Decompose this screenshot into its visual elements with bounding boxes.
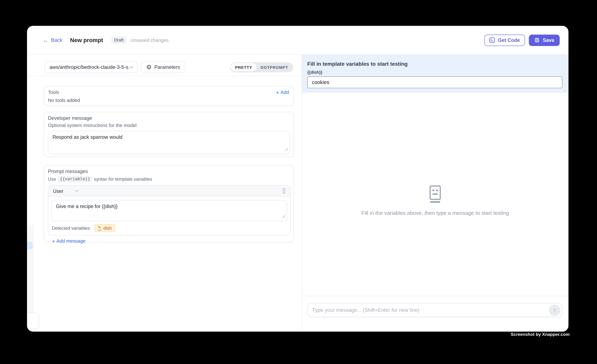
add-message-button[interactable]: + Add message [52,238,290,244]
save-label: Save [543,37,554,43]
variables-section-title: Fill in template variables to start test… [307,61,562,67]
back-arrow-icon: ← [43,37,48,43]
tools-title: Tools [48,90,59,95]
view-mode-toggle: PRETTY DOTPROMPT [230,62,293,72]
prompt-messages-title: Prompt messages [48,168,290,174]
status-badge: Draft [111,37,127,44]
model-selector-value: aws/anthropic/bedrock-claude-3-5-s... [49,64,129,70]
chat-input-row: ↑ [302,296,568,332]
add-tool-label: Add [281,90,289,95]
unsaved-changes-text: Unsaved changes [130,38,169,43]
pencil-icon: ✎ [98,226,101,230]
send-button[interactable]: ↑ [549,304,560,316]
save-icon [534,37,540,43]
send-arrow-icon: ↑ [553,307,556,313]
plus-icon: + [52,238,55,244]
gear-icon: ⚙ [146,64,152,70]
drag-handle-icon[interactable] [283,188,285,194]
chat-message-input[interactable] [312,307,549,313]
hint-suffix: syntax for template variables [94,176,152,182]
message-block: User [48,185,291,235]
variable-syntax-chip: {{variable}} [58,176,92,182]
user-message-textarea[interactable]: Give me a recipe for {{dish}} [51,200,287,221]
variable-chip-dish[interactable]: ✎ dish [94,224,115,232]
chat-input-box: ↑ [307,303,562,317]
save-button[interactable]: Save [529,34,560,46]
add-tool-button[interactable]: + Add [276,90,289,95]
app-window: ← Back New prompt Draft Unsaved changes … [27,26,568,332]
toggle-option-pretty[interactable]: PRETTY [231,63,256,71]
variable-value-input[interactable] [307,76,562,88]
variable-name-label: {{dish}} [307,70,562,75]
toolbar-divider [27,76,301,76]
detected-variables-row: Detected variables: ✎ dish [51,224,287,232]
add-message-label: Add message [56,238,86,244]
back-label: Back [51,37,63,43]
detected-variables-label: Detected variables: [52,225,91,231]
editor-toolbar: aws/anthropic/bedrock-claude-3-5-s... ⚙ … [27,55,301,73]
template-variable-hint: Use {{variable}} syntax for template var… [48,176,290,182]
message-body: Give me a recipe for {{dish}} Detected v… [48,197,290,235]
model-selector[interactable]: aws/anthropic/bedrock-claude-3-5-s... [45,61,137,73]
tools-empty-text: No tools added [48,98,289,103]
get-code-button[interactable]: Get Code [484,34,525,46]
watermark-text: Screenshot by Xnapper.com [511,332,570,337]
developer-message-card: Developer message Optional system instru… [44,112,294,157]
developer-message-textarea[interactable]: Respond as jack sparrow would [48,131,290,154]
message-role-row: User [48,186,290,197]
prompt-messages-card: Prompt messages Use {{variable}} syntax … [44,165,294,242]
corner-popover-sliver [27,313,39,329]
parameters-label: Parameters [154,64,180,70]
screenshot-root: ← Back New prompt Draft Unsaved changes … [0,0,597,364]
variable-chip-label: dish [103,225,112,231]
plus-icon: + [276,90,279,95]
page-title: New prompt [70,37,103,43]
robot-face-icon [428,185,442,205]
chevron-down-icon [129,66,133,68]
parameters-button[interactable]: ⚙ Parameters [141,61,185,73]
chevron-down-icon[interactable] [75,190,79,192]
get-code-label: Get Code [498,37,520,43]
template-variables-section: Fill in template variables to start test… [302,55,568,93]
prompt-editor-pane: aws/anthropic/bedrock-claude-3-5-s... ⚙ … [27,55,301,332]
test-panel: Fill in template variables to start test… [301,55,568,332]
developer-message-title: Developer message [48,115,290,121]
tools-card: Tools + Add No tools added [44,86,294,106]
chat-preview-area: Fill in the variables above, then type a… [302,93,568,296]
hint-prefix: Use [48,176,56,182]
role-select-value: User [53,188,63,194]
header-bar: ← Back New prompt Draft Unsaved changes … [27,26,568,55]
empty-state-text: Fill in the variables above, then type a… [361,210,509,216]
nav-drawer-sliver [27,225,34,312]
terminal-icon [489,37,495,43]
developer-message-subtitle: Optional system instructions for the mod… [48,123,290,128]
nav-selected-item-sliver[interactable] [27,242,33,250]
toggle-option-dotprompt[interactable]: DOTPROMPT [256,63,292,71]
back-button[interactable]: ← Back [43,37,63,43]
